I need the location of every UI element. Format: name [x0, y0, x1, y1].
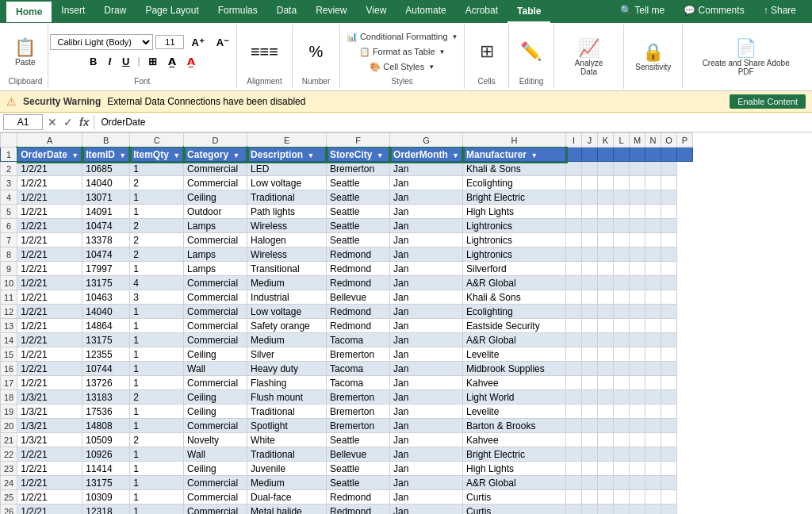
cell-month-5[interactable]: Jan — [390, 205, 463, 219]
cell-date-15[interactable]: 1/2/21 — [17, 347, 82, 362]
cell-itemid-21[interactable]: 10509 — [82, 433, 130, 447]
cell-city-14[interactable]: Tacoma — [327, 333, 390, 347]
cell-city-5[interactable]: Seattle — [327, 205, 390, 219]
cell-itemqty-16[interactable]: 1 — [130, 362, 184, 376]
row-header-11[interactable]: 11 — [1, 290, 17, 305]
cell-desc-23[interactable]: Juvenile — [247, 462, 327, 476]
cell-category-3[interactable]: Commercial — [184, 176, 247, 190]
cell-itemqty-26[interactable]: 1 — [130, 504, 184, 515]
cell-desc-12[interactable]: Low voltage — [247, 305, 327, 319]
row-header-1[interactable]: 1 — [1, 148, 17, 162]
cell-city-25[interactable]: Redmond — [327, 490, 390, 504]
cell-itemqty-15[interactable]: 1 — [130, 347, 184, 362]
cell-category-9[interactable]: Lamps — [184, 262, 247, 276]
cell-itemqty-21[interactable]: 2 — [130, 433, 184, 447]
cell-month-20[interactable]: Jan — [390, 419, 463, 433]
cell-date-5[interactable]: 1/2/21 — [17, 205, 82, 219]
row-header-3[interactable]: 3 — [1, 176, 17, 190]
cell-itemqty-19[interactable]: 1 — [130, 405, 184, 419]
cell-itemqty-11[interactable]: 3 — [130, 290, 184, 305]
col-header-G[interactable]: G — [390, 133, 463, 148]
cell-category-19[interactable]: Ceiling — [184, 405, 247, 419]
conditional-formatting-btn[interactable]: 📊 Conditional Formatting ▼ — [343, 30, 462, 44]
cell-itemqty-14[interactable]: 1 — [130, 333, 184, 347]
cell-itemqty-7[interactable]: 2 — [130, 233, 184, 247]
cell-desc-8[interactable]: Wireless — [247, 247, 327, 262]
table-col-header-1[interactable]: ItemID ▼ — [82, 148, 130, 162]
ribbon-tab-review[interactable]: Review — [306, 0, 356, 23]
cell-mfr-10[interactable]: A&R Global — [463, 276, 566, 290]
tell-me-btn[interactable]: 🔍 Tell me — [611, 0, 674, 23]
cell-desc-24[interactable]: Medium — [247, 476, 327, 490]
cell-mfr-3[interactable]: Ecolighting — [463, 176, 566, 190]
cell-date-23[interactable]: 1/2/21 — [17, 462, 82, 476]
row-header-21[interactable]: 21 — [1, 433, 17, 447]
table-col-header-6[interactable]: OrderMonth ▼ — [390, 148, 463, 162]
border-btn[interactable]: ⊞ — [144, 53, 162, 70]
ribbon-tab-view[interactable]: View — [357, 0, 396, 23]
cell-desc-22[interactable]: Traditional — [247, 447, 327, 462]
cell-date-22[interactable]: 1/2/21 — [17, 447, 82, 462]
cell-category-4[interactable]: Ceiling — [184, 190, 247, 205]
cell-category-7[interactable]: Commercial — [184, 233, 247, 247]
cell-date-11[interactable]: 1/2/21 — [17, 290, 82, 305]
cell-city-9[interactable]: Redmond — [327, 262, 390, 276]
cell-mfr-21[interactable]: Kahvee — [463, 433, 566, 447]
ribbon-tab-automate[interactable]: Automate — [396, 0, 455, 23]
cell-category-25[interactable]: Commercial — [184, 490, 247, 504]
cell-styles-btn[interactable]: 🎨 Cell Styles ▼ — [366, 60, 438, 74]
cell-desc-20[interactable]: Spotlight — [247, 419, 327, 433]
alignment-icons[interactable]: ≡≡≡ — [251, 43, 278, 61]
cell-desc-18[interactable]: Flush mount — [247, 390, 327, 405]
row-header-16[interactable]: 16 — [1, 362, 17, 376]
row-header-18[interactable]: 18 — [1, 390, 17, 405]
cell-month-9[interactable]: Jan — [390, 262, 463, 276]
cell-category-16[interactable]: Wall — [184, 362, 247, 376]
cell-mfr-23[interactable]: High Lights — [463, 462, 566, 476]
cell-city-26[interactable]: Redmond — [327, 504, 390, 515]
table-col-header-7[interactable]: Manufacturer ▼ — [463, 148, 566, 162]
cell-desc-11[interactable]: Industrial — [247, 290, 327, 305]
cell-category-18[interactable]: Ceiling — [184, 390, 247, 405]
cell-month-19[interactable]: Jan — [390, 405, 463, 419]
cell-category-24[interactable]: Commercial — [184, 476, 247, 490]
cell-date-13[interactable]: 1/2/21 — [17, 319, 82, 333]
cell-itemid-24[interactable]: 13175 — [82, 476, 130, 490]
cell-itemid-15[interactable]: 12355 — [82, 347, 130, 362]
cell-desc-3[interactable]: Low voltage — [247, 176, 327, 190]
col-header-A[interactable]: A — [17, 133, 82, 148]
cell-category-6[interactable]: Lamps — [184, 219, 247, 233]
cell-month-2[interactable]: Jan — [390, 162, 463, 176]
cell-mfr-14[interactable]: A&R Global — [463, 333, 566, 347]
cell-city-8[interactable]: Redmond — [327, 247, 390, 262]
cell-itemqty-18[interactable]: 2 — [130, 390, 184, 405]
cell-desc-25[interactable]: Dual-face — [247, 490, 327, 504]
cell-desc-10[interactable]: Medium — [247, 276, 327, 290]
cell-itemid-11[interactable]: 10463 — [82, 290, 130, 305]
cell-itemid-10[interactable]: 13175 — [82, 276, 130, 290]
cell-mfr-15[interactable]: Levelite — [463, 347, 566, 362]
row-header-20[interactable]: 20 — [1, 419, 17, 433]
cell-itemqty-4[interactable]: 1 — [130, 190, 184, 205]
cell-category-5[interactable]: Outdoor — [184, 205, 247, 219]
cell-desc-9[interactable]: Transitional — [247, 262, 327, 276]
cell-date-8[interactable]: 1/2/21 — [17, 247, 82, 262]
cell-itemid-6[interactable]: 10474 — [82, 219, 130, 233]
italic-btn[interactable]: I — [103, 53, 116, 70]
row-header-8[interactable]: 8 — [1, 247, 17, 262]
cell-mfr-5[interactable]: High Lights — [463, 205, 566, 219]
row-header-25[interactable]: 25 — [1, 490, 17, 504]
cell-itemid-23[interactable]: 11414 — [82, 462, 130, 476]
cell-city-11[interactable]: Bellevue — [327, 290, 390, 305]
cell-itemid-17[interactable]: 13726 — [82, 376, 130, 390]
cell-date-25[interactable]: 1/2/21 — [17, 490, 82, 504]
row-header-17[interactable]: 17 — [1, 376, 17, 390]
ribbon-tab-formulas[interactable]: Formulas — [209, 0, 267, 23]
row-header-4[interactable]: 4 — [1, 190, 17, 205]
cell-month-8[interactable]: Jan — [390, 247, 463, 262]
cell-itemid-20[interactable]: 14808 — [82, 419, 130, 433]
cell-desc-17[interactable]: Flashing — [247, 376, 327, 390]
cell-category-2[interactable]: Commercial — [184, 162, 247, 176]
cell-category-13[interactable]: Commercial — [184, 319, 247, 333]
cell-desc-13[interactable]: Safety orange — [247, 319, 327, 333]
